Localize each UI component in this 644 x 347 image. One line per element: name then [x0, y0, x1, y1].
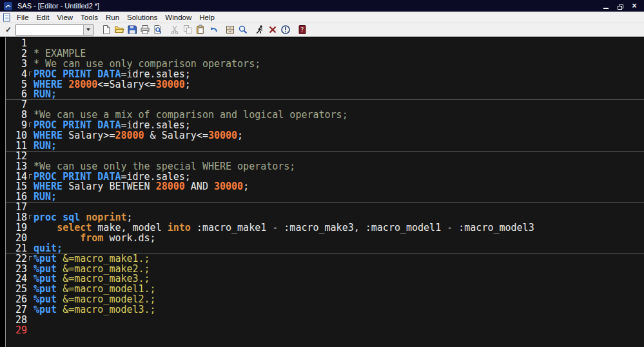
menu-solutions[interactable]: Solutions	[123, 12, 161, 23]
menu-window[interactable]: Window	[161, 12, 195, 23]
line-number[interactable]: 29	[6, 326, 27, 336]
clear-all-button[interactable]	[266, 24, 279, 36]
print-icon	[140, 25, 150, 35]
copy-button[interactable]	[181, 24, 194, 36]
editor-line[interactable]: 5WHERE 28000<=Salary<=30000;	[6, 80, 644, 90]
window-controls: ×	[601, 2, 641, 10]
editor-line[interactable]: 11RUN;	[6, 141, 644, 152]
clear-all-icon	[268, 25, 278, 35]
editor-line[interactable]: 1	[6, 39, 644, 49]
code-text: WHERE Salary>=28000 & Salary<=30000;	[34, 131, 644, 141]
cut-icon	[170, 25, 180, 35]
restore-button[interactable]	[615, 2, 625, 10]
section-marker	[27, 141, 34, 151]
break-button[interactable]	[279, 24, 292, 36]
help-button[interactable]: ?	[296, 24, 309, 36]
toolbar: ✓	[0, 23, 644, 37]
section-marker	[27, 100, 34, 110]
editor-code-area[interactable]: 12* EXAMPLE3* We can use only comparison…	[5, 37, 644, 347]
new-document-button[interactable]	[100, 24, 113, 36]
section-marker	[27, 203, 34, 213]
section-marker	[27, 213, 34, 223]
editor-line[interactable]: 16RUN;	[6, 192, 644, 203]
chevron-down-icon	[86, 28, 90, 31]
section-marker	[27, 121, 34, 131]
submit-button[interactable]	[253, 24, 266, 36]
code-text: RUN;	[34, 90, 644, 99]
cut-button[interactable]	[168, 24, 181, 36]
section-marker	[27, 172, 34, 183]
code-text	[34, 315, 644, 326]
editor-line[interactable]: 15WHERE Salary BETWEEN 28000 AND 30000;	[6, 182, 644, 192]
menu-edit[interactable]: Edit	[33, 12, 54, 23]
undo-button[interactable]	[207, 24, 220, 36]
print-preview-button[interactable]	[151, 24, 164, 36]
new-document-icon	[101, 25, 112, 35]
code-text: %put &=macro_model3.;	[34, 305, 644, 315]
menu-view[interactable]: View	[53, 12, 77, 23]
section-marker	[27, 162, 34, 172]
editor-line[interactable]: 27%put &=macro_model3.;	[6, 305, 644, 315]
section-marker	[27, 90, 34, 99]
editor-window-icon	[3, 13, 11, 22]
open-folder-icon	[114, 25, 124, 35]
line-number[interactable]: 11	[6, 141, 27, 151]
section-marker	[27, 274, 34, 284]
paste-icon	[195, 25, 206, 35]
save-button[interactable]	[126, 24, 139, 36]
section-marker	[27, 70, 34, 80]
menu-file[interactable]: File	[13, 12, 33, 23]
menu-help[interactable]: Help	[195, 12, 219, 23]
open-button[interactable]	[113, 24, 126, 36]
code-text: RUN;	[34, 141, 644, 151]
command-dropdown-button[interactable]	[83, 25, 93, 35]
menu-run[interactable]: Run	[102, 12, 123, 23]
line-number[interactable]: 16	[6, 192, 27, 202]
code-text: WHERE 28000<=Salary<=30000;	[34, 80, 644, 90]
copy-icon	[182, 25, 193, 35]
section-marker	[27, 223, 34, 233]
svg-text:?: ?	[301, 26, 304, 33]
submit-runner-icon	[255, 25, 265, 35]
paste-button[interactable]	[194, 24, 207, 36]
title-bar: SAS - [Editor - Untitled2 *] ×	[0, 0, 644, 12]
close-button[interactable]: ×	[629, 2, 639, 10]
line-number[interactable]: 6	[6, 90, 27, 99]
editor-line[interactable]: 28	[6, 315, 644, 326]
print-button[interactable]	[139, 24, 151, 36]
editor-pane: 12* EXAMPLE3* We can use only comparison…	[0, 37, 644, 347]
section-marker	[27, 59, 34, 70]
section-marker	[27, 182, 34, 192]
section-marker	[27, 131, 34, 141]
code-text: WHERE Salary BETWEEN 28000 AND 30000;	[34, 182, 644, 192]
menu-tools[interactable]: Tools	[77, 12, 102, 23]
code-text: quit;	[34, 244, 644, 253]
section-marker	[27, 295, 34, 305]
line-number[interactable]: 21	[6, 244, 27, 253]
section-marker	[27, 152, 34, 162]
sas-window: SAS - [Editor - Untitled2 *] × FileEditV…	[0, 0, 644, 347]
command-bar	[15, 25, 93, 35]
editor-line[interactable]: 20 from work.ds;	[6, 233, 644, 244]
editor-line[interactable]: 10WHERE Salary>=28000 & Salary<=30000;	[6, 131, 644, 141]
editor-line[interactable]: 6RUN;	[6, 90, 644, 100]
command-check-button[interactable]: ✓	[2, 24, 15, 36]
section-marker	[27, 305, 34, 315]
section-marker	[27, 80, 34, 90]
search-icon	[238, 25, 248, 35]
editor-line[interactable]: 29	[6, 326, 644, 336]
sas-app-icon	[4, 2, 12, 10]
new-library-icon	[225, 25, 235, 35]
code-text	[34, 39, 644, 49]
command-input[interactable]	[16, 25, 83, 35]
new-library-button[interactable]	[224, 24, 237, 36]
section-marker	[27, 326, 34, 336]
section-marker	[27, 49, 34, 59]
section-marker	[27, 192, 34, 202]
minimize-button[interactable]	[601, 2, 611, 10]
find-button[interactable]	[237, 24, 249, 36]
section-marker	[27, 254, 34, 264]
help-icon: ?	[297, 25, 307, 35]
menu-bar: FileEditViewToolsRunSolutionsWindowHelp	[0, 12, 644, 23]
window-title: SAS - [Editor - Untitled2 *]	[17, 2, 99, 10]
